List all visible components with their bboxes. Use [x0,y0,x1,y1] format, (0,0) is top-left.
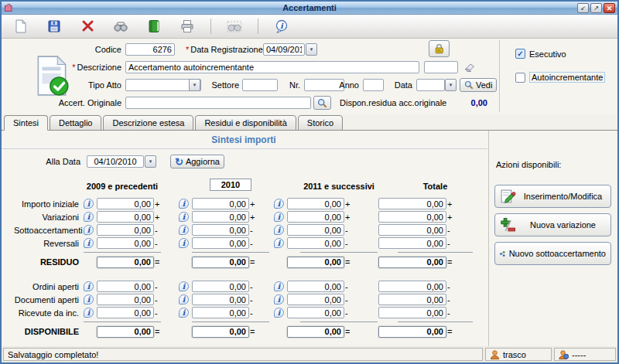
anno-field[interactable] [363,79,384,91]
amount-field[interactable] [378,237,446,249]
close-icon[interactable]: ✕ [604,3,615,13]
tab-dettaglio[interactable]: Dettaglio [50,115,101,131]
settore-field[interactable] [242,79,278,91]
vedi-button[interactable]: Vedi [460,78,497,92]
tab-residui-disponibilita[interactable]: Residui e disponibilità [195,115,296,131]
amount-field[interactable] [97,281,154,292]
amount-field[interactable] [97,211,154,223]
amount-field[interactable] [97,224,154,236]
amount-field[interactable] [378,281,446,292]
window-title: Accertamenti [2,3,617,12]
tab-storico[interactable]: Storico [298,115,343,131]
search-disabled-button[interactable] [224,16,245,36]
accert-originale-field[interactable] [125,97,311,109]
info-icon[interactable]: i [179,294,189,304]
info-icon[interactable]: i [84,308,94,318]
lock-button[interactable]: RIL [429,40,450,57]
info-icon[interactable]: i [179,225,189,235]
amount-field[interactable] [97,294,154,305]
catalog-button[interactable] [144,16,164,36]
nuovo-sottoaccertamento-button[interactable]: Nuovo sottoaccertamento [494,242,611,265]
data-dropdown[interactable]: ▼ [445,79,457,91]
aggiorna-button[interactable]: ↻ Aggiorna [170,155,224,168]
amount-field[interactable] [97,307,154,318]
amount-field[interactable] [192,307,249,318]
alla-data-field[interactable] [87,155,144,168]
data-registrazione-field[interactable] [263,43,305,56]
data-field[interactable] [416,79,445,91]
esecutivo-checkbox[interactable]: ✓ [515,49,525,59]
info-icon[interactable]: i [274,308,284,318]
amount-field[interactable] [378,294,446,305]
autoincrementante-checkbox[interactable] [515,73,525,83]
tab-sintesi[interactable]: Sintesi [4,115,48,131]
info-icon[interactable]: i [179,199,189,209]
info-icon[interactable]: i [274,199,284,209]
total-field[interactable] [192,326,249,338]
descrizione-extra-field[interactable] [424,61,458,73]
amount-field[interactable] [287,211,344,223]
info-icon[interactable]: i [84,225,94,235]
total-field[interactable] [97,326,154,338]
info-icon[interactable]: i [179,238,189,248]
descrizione-field[interactable] [125,61,419,73]
amount-field[interactable] [192,224,249,236]
amount-field[interactable] [287,281,344,292]
info-icon[interactable]: i [274,225,284,235]
maximize-icon[interactable]: ↗ [590,3,602,13]
new-document-button[interactable] [11,16,31,36]
amount-field[interactable] [378,224,446,236]
save-icon [46,19,62,34]
amount-field[interactable] [192,211,249,223]
amount-field[interactable] [97,237,154,249]
total-field[interactable] [97,257,154,268]
total-field[interactable] [378,257,446,268]
total-field[interactable] [287,257,344,268]
info-icon[interactable]: i [179,212,189,222]
tab-descrizione-estesa[interactable]: Descrizione estesa [103,115,193,131]
total-field[interactable] [192,257,249,268]
amount-field[interactable] [287,198,344,209]
total-field[interactable] [378,326,446,338]
amount-field[interactable] [192,237,249,249]
amount-field[interactable] [378,307,446,318]
amount-field[interactable] [192,281,249,292]
data-registrazione-dropdown[interactable]: ▼ [306,43,317,56]
nuova-variazione-button[interactable]: Nuova variazione [494,213,611,236]
info-button[interactable]: i [272,16,292,36]
info-icon[interactable]: i [84,199,94,209]
info-icon[interactable]: i [84,281,94,291]
info-icon[interactable]: i [274,294,284,304]
autoincrementante-label: Autoincrementante [529,72,605,83]
eraser-icon[interactable] [463,61,476,75]
delete-button[interactable] [77,16,97,36]
amount-field[interactable] [287,237,344,249]
minimize-icon[interactable]: ↙ [577,3,589,13]
title-bar[interactable]: Accertamenti ↙ ↗ ✕ [2,2,617,15]
amount-field[interactable] [192,198,249,209]
info-icon[interactable]: i [274,238,284,248]
total-field[interactable] [287,326,344,338]
inserimento-modifica-button[interactable]: Inserimento/Modifica [494,185,611,208]
info-icon[interactable]: i [179,281,189,291]
amount-field[interactable] [287,224,344,236]
print-button[interactable] [177,16,197,36]
info-icon[interactable]: i [84,212,94,222]
amount-field[interactable] [192,294,249,305]
codice-field[interactable] [125,43,175,56]
amount-field[interactable] [287,307,344,318]
info-icon[interactable]: i [84,294,94,304]
amount-field[interactable] [97,198,154,209]
amount-field[interactable] [378,211,446,223]
info-icon[interactable]: i [274,281,284,291]
search-button[interactable] [111,16,131,36]
amount-field[interactable] [378,198,446,209]
tipo-atto-dropdown[interactable]: ▼ [189,79,200,91]
info-icon[interactable]: i [179,308,189,318]
alla-data-dropdown[interactable]: ▼ [145,155,156,168]
amount-field[interactable] [287,294,344,305]
info-icon[interactable]: i [84,238,94,248]
info-icon[interactable]: i [274,212,284,222]
save-button[interactable] [44,16,64,36]
accert-search-button[interactable] [313,96,331,110]
